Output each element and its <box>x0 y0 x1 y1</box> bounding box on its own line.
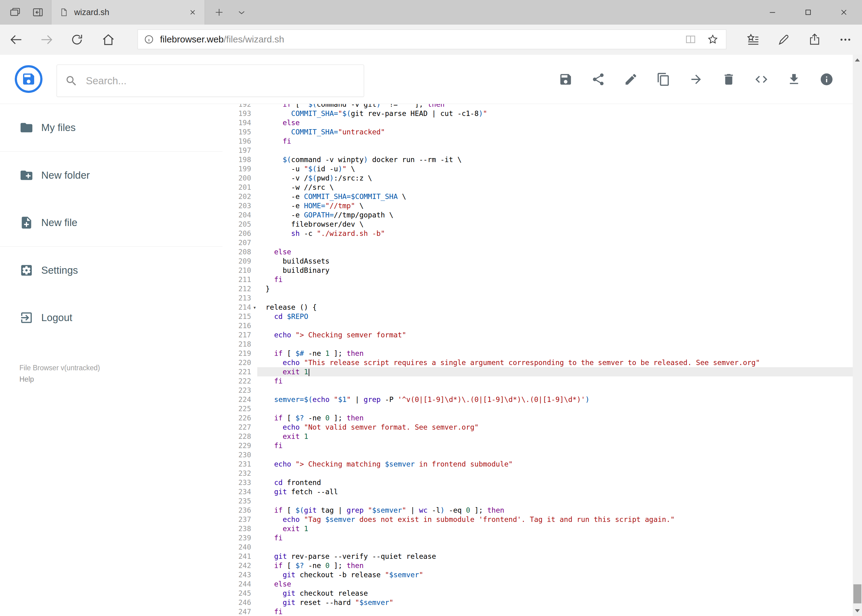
code-line[interactable]: 220 echo "This release script requires a… <box>222 358 853 367</box>
sidebar-item-my-files[interactable]: My files <box>0 104 222 151</box>
code-line[interactable]: 244 else <box>222 580 853 589</box>
code-line[interactable]: 209 buildAssets <box>222 256 853 266</box>
code-line[interactable]: 224 semver=$(echo "$1" | grep -P '^v(0|[… <box>222 395 853 404</box>
code-line[interactable]: 219 if [ $# -ne 1 ]; then <box>222 349 853 358</box>
set-tabs-aside-icon[interactable] <box>9 6 21 18</box>
code-line[interactable]: 221 exit 1 <box>222 367 853 376</box>
code-line[interactable]: 198 $(command -v winpty) docker run --rm… <box>222 155 853 164</box>
rename-button[interactable] <box>624 72 638 86</box>
tab-list-chevron-icon[interactable] <box>236 7 248 18</box>
scrollbar-down-arrow[interactable] <box>853 605 862 616</box>
code-line[interactable]: 235 <box>222 497 853 506</box>
share-button[interactable] <box>591 72 605 86</box>
code-line[interactable]: 227 echo "Not valid semver format. See s… <box>222 423 853 432</box>
code-line[interactable]: 210 buildBinary <box>222 266 853 275</box>
code-line[interactable]: 230 <box>222 450 853 459</box>
code-line[interactable]: 218 <box>222 339 853 349</box>
back-button[interactable] <box>9 33 23 46</box>
code-line[interactable]: 195 COMMIT_SHA="untracked" <box>222 127 853 137</box>
code-line[interactable]: 208 else <box>222 247 853 256</box>
scrollbar-up-arrow[interactable] <box>853 55 862 65</box>
reading-view-icon[interactable] <box>685 33 697 45</box>
raw-code-button[interactable] <box>754 72 769 86</box>
code-line[interactable]: 241 git rev-parse --verify --quiet relea… <box>222 552 853 561</box>
code-editor[interactable]: 192 if [ "$(command -v git)" != "" ]; th… <box>222 104 853 616</box>
code-line[interactable]: 232 <box>222 469 853 478</box>
code-line[interactable]: 223 <box>222 386 853 395</box>
site-info-icon[interactable] <box>143 34 154 45</box>
code-line[interactable]: 201 -w //src \ <box>222 183 853 192</box>
code-line[interactable]: 247 fi <box>222 607 853 616</box>
code-line[interactable]: 240 <box>222 542 853 552</box>
code-line[interactable]: 222 fi <box>222 376 853 386</box>
code-line[interactable]: 202 -e COMMIT_SHA=$COMMIT_SHA \ <box>222 192 853 201</box>
code-line[interactable]: 246 git reset --hard "$semver" <box>222 598 853 607</box>
code-line[interactable]: 242 if [ $? -ne 0 ]; then <box>222 561 853 570</box>
code-line[interactable]: 207 <box>222 238 853 247</box>
forward-button[interactable] <box>40 33 54 46</box>
code-line[interactable]: 214▾release () { <box>222 303 853 312</box>
help-link[interactable]: Help <box>19 374 100 385</box>
code-line[interactable]: 196 fi <box>222 137 853 146</box>
tab-preview-icon[interactable] <box>32 6 44 18</box>
code-line[interactable]: 245 git checkout release <box>222 589 853 598</box>
search-input[interactable] <box>85 75 356 87</box>
delete-button[interactable] <box>722 72 736 86</box>
code-line[interactable]: 197 <box>222 146 853 155</box>
code-line[interactable]: 193 COMMIT_SHA="$(git rev-parse HEAD | c… <box>222 109 853 118</box>
code-line[interactable]: 206 sh -c "./wizard.sh -b" <box>222 229 853 238</box>
code-line[interactable]: 228 exit 1 <box>222 432 853 441</box>
code-line[interactable]: 225 <box>222 404 853 413</box>
filebrowser-logo[interactable] <box>15 65 43 93</box>
code-line[interactable]: 212} <box>222 284 853 293</box>
fold-marker-icon[interactable]: ▾ <box>253 303 256 312</box>
search-box[interactable] <box>57 64 364 97</box>
code-line[interactable]: 233 cd frontend <box>222 478 853 487</box>
window-close-button[interactable] <box>831 0 857 25</box>
code-line[interactable]: 238 exit 1 <box>222 524 853 533</box>
code-line[interactable]: 237 echo "Tag $semver does not exist in … <box>222 515 853 524</box>
code-line[interactable]: 203 -e HOME="//tmp" \ <box>222 201 853 211</box>
address-bar[interactable]: filebrowser.web/files/wizard.sh <box>137 30 726 49</box>
code-line[interactable]: 229 fi <box>222 441 853 450</box>
add-favorite-star-icon[interactable] <box>707 33 719 45</box>
share-icon[interactable] <box>808 33 821 46</box>
hub-favorites-icon[interactable] <box>746 33 760 46</box>
code-line[interactable]: 205 filebrowser/dev \ <box>222 220 853 229</box>
code-line[interactable]: 199 -u "$(id -u)" \ <box>222 164 853 173</box>
browser-tab[interactable]: wizard.sh <box>51 0 205 25</box>
sidebar-item-logout[interactable]: Logout <box>0 294 222 341</box>
sidebar-item-new-folder[interactable]: New folder <box>0 152 222 199</box>
page-scrollbar[interactable] <box>853 55 862 616</box>
refresh-button[interactable] <box>70 33 84 46</box>
scrollbar-thumb[interactable] <box>853 584 861 603</box>
sidebar-item-settings[interactable]: Settings <box>0 247 222 294</box>
sidebar-item-new-file[interactable]: New file <box>0 199 222 246</box>
home-button[interactable] <box>102 33 115 46</box>
code-line[interactable]: 213 <box>222 293 853 303</box>
new-tab-button[interactable] <box>212 6 226 19</box>
save-button[interactable] <box>559 72 573 86</box>
code-line[interactable]: 231 echo "> Checking matching $semver in… <box>222 459 853 469</box>
code-line[interactable]: 239 fi <box>222 533 853 542</box>
code-line[interactable]: 236 if [ $(git tag | grep "$semver" | wc… <box>222 506 853 515</box>
settings-more-icon[interactable] <box>838 33 852 46</box>
window-minimize-button[interactable] <box>760 0 785 25</box>
info-button[interactable] <box>819 72 834 86</box>
code-line[interactable]: 194 else <box>222 118 853 127</box>
code-line[interactable]: 217 echo "> Checking semver format" <box>222 330 853 339</box>
code-line[interactable]: 204 -e GOPATH=//tmp/gopath \ <box>222 211 853 220</box>
code-line[interactable]: 211 fi <box>222 275 853 284</box>
code-line[interactable]: 215 cd $REPO <box>222 312 853 321</box>
window-maximize-button[interactable] <box>795 0 821 25</box>
tab-close-icon[interactable] <box>189 8 197 16</box>
code-line[interactable]: 226 if [ $? -ne 0 ]; then <box>222 413 853 423</box>
web-notes-pen-icon[interactable] <box>777 33 791 46</box>
code-line[interactable]: 200 -v /$(pwd):/src:z \ <box>222 173 853 183</box>
code-line[interactable]: 234 git fetch --all <box>222 487 853 497</box>
code-line[interactable]: 243 git checkout -b release "$semver" <box>222 570 853 580</box>
code-line[interactable]: 192 if [ "$(command -v git)" != "" ]; th… <box>222 104 853 109</box>
code-line[interactable]: 216 <box>222 321 853 330</box>
move-button[interactable] <box>689 72 703 86</box>
copy-button[interactable] <box>656 72 671 86</box>
